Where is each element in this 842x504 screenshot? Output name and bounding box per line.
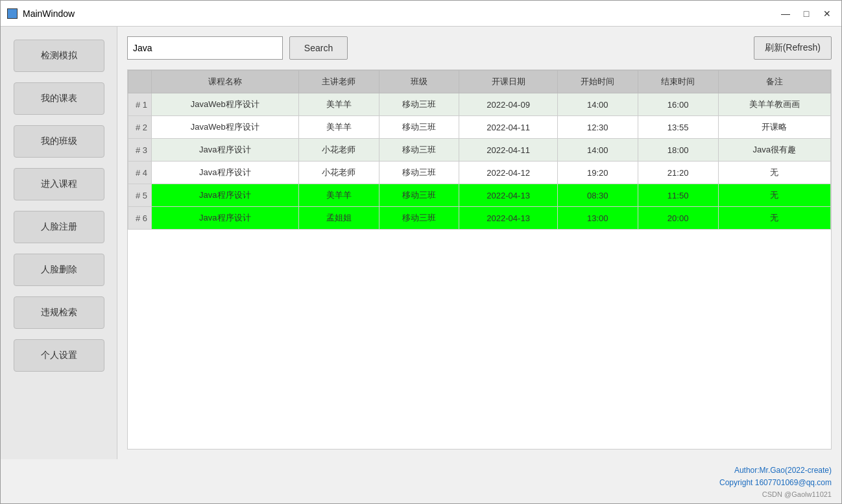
table-header-row: 课程名称 主讲老师 班级 开课日期 开始时间 结束时间 备注 [128, 71, 831, 93]
table-row: # 3Java程序设计小花老师移动三班2022-04-1114:0018:00J… [128, 139, 831, 162]
maximize-button[interactable]: □ [799, 6, 814, 21]
sidebar-btn-personal-settings[interactable]: 个人设置 [14, 339, 104, 372]
main-area: Search 刷新(Refresh) 课程名称 主讲老师 班级 开课日期 开始时… [117, 27, 841, 459]
footer: Author:Mr.Gao(2022-create) Copyright 160… [1, 459, 841, 503]
col-num [128, 71, 152, 93]
close-button[interactable]: ✕ [819, 6, 835, 21]
table-row: # 2JavaWeb程序设计美羊羊移动三班2022-04-1112:3013:5… [128, 116, 831, 139]
table-body: # 1JavaWeb程序设计美羊羊移动三班2022-04-0914:0016:0… [128, 93, 831, 230]
sidebar: 检测模拟我的课表我的班级进入课程人脸注册人脸删除违规检索个人设置 [1, 27, 117, 459]
col-end-time: 结束时间 [638, 71, 718, 93]
sidebar-btn-face-delete[interactable]: 人脸删除 [14, 254, 104, 286]
title-bar-controls: — □ ✕ [778, 6, 835, 21]
sidebar-btn-violation-search[interactable]: 违规检索 [14, 296, 104, 329]
content-area: 检测模拟我的课表我的班级进入课程人脸注册人脸删除违规检索个人设置 Search … [1, 27, 841, 459]
title-bar: MainWindow — □ ✕ [1, 1, 841, 27]
sidebar-btn-enter-course[interactable]: 进入课程 [14, 168, 104, 200]
sidebar-btn-face-register[interactable]: 人脸注册 [14, 211, 104, 243]
main-window: MainWindow — □ ✕ 检测模拟我的课表我的班级进入课程人脸注册人脸删… [0, 0, 842, 504]
window-icon [7, 8, 18, 19]
sidebar-btn-my-class[interactable]: 我的班级 [14, 125, 104, 158]
course-table: 课程名称 主讲老师 班级 开课日期 开始时间 结束时间 备注 # 1JavaWe… [128, 70, 831, 230]
col-class: 班级 [379, 71, 459, 93]
search-input[interactable] [127, 36, 283, 60]
col-teacher: 主讲老师 [298, 71, 379, 93]
col-start-time: 开始时间 [557, 71, 638, 93]
footer-author: Author:Mr.Gao(2022-create) [10, 464, 832, 477]
table-row: # 4Java程序设计小花老师移动三班2022-04-1219:2021:20无 [128, 162, 831, 184]
col-date: 开课日期 [459, 71, 557, 93]
table-row: # 6Java程序设计孟姐姐移动三班2022-04-1313:0020:00无 [128, 207, 831, 230]
table-row: # 5Java程序设计美羊羊移动三班2022-04-1308:3011:50无 [128, 184, 831, 207]
minimize-button[interactable]: — [778, 6, 793, 21]
window-title: MainWindow [23, 8, 75, 19]
refresh-button[interactable]: 刷新(Refresh) [754, 36, 832, 60]
table-row: # 1JavaWeb程序设计美羊羊移动三班2022-04-0914:0016:0… [128, 93, 831, 116]
table-container: 课程名称 主讲老师 班级 开课日期 开始时间 结束时间 备注 # 1JavaWe… [127, 69, 832, 450]
footer-csdn: CSDN @Gaolw11021 [10, 490, 832, 498]
sidebar-btn-detect-simulate[interactable]: 检测模拟 [14, 40, 104, 72]
toolbar: Search 刷新(Refresh) [127, 36, 832, 60]
sidebar-btn-my-schedule[interactable]: 我的课表 [14, 82, 104, 115]
col-note: 备注 [718, 71, 830, 93]
col-course-name: 课程名称 [152, 71, 299, 93]
footer-copyright: Copyright 1607701069@qq.com [10, 477, 832, 489]
search-button[interactable]: Search [289, 36, 348, 60]
title-bar-left: MainWindow [7, 8, 75, 19]
